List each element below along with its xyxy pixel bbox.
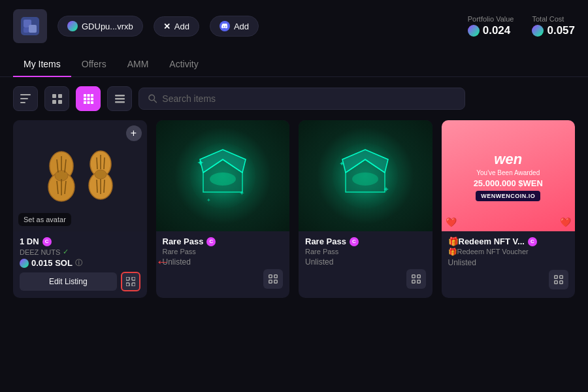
svg-rect-60 [412, 275, 415, 278]
svg-rect-45 [126, 283, 129, 286]
svg-rect-21 [115, 98, 125, 100]
wen-voucher-label: WENWENCOIN.IO [476, 191, 540, 201]
filter-button[interactable] [13, 86, 38, 111]
svg-rect-12 [87, 94, 90, 97]
svg-point-57 [352, 172, 378, 186]
svg-rect-55 [274, 280, 278, 284]
twitter-icon: ✕ [163, 22, 171, 31]
svg-rect-19 [91, 101, 93, 104]
plus-button[interactable]: + [126, 125, 142, 141]
svg-rect-3 [24, 27, 29, 33]
svg-rect-53 [274, 275, 278, 278]
twitter-add-button[interactable]: ✕ Add [154, 16, 199, 37]
item-status-nft: Unlisted [448, 258, 476, 267]
item-name-rare1: Rare Pass [163, 237, 204, 246]
discord-add-label: Add [234, 22, 249, 31]
svg-rect-54 [269, 280, 272, 284]
item-price-1dn: 0.015 SOL [31, 258, 73, 268]
total-cost-label: Total Cost [532, 15, 564, 23]
item-info-nft: 🎁Redeem NFT V... C 🎁Redeem NFT Voucher U… [442, 231, 576, 296]
wen-subtitle: You've Been Awarded [476, 169, 540, 176]
item-image-rare1: ✦ ✦ ✦ [156, 120, 290, 231]
svg-rect-18 [87, 101, 90, 104]
svg-rect-67 [560, 281, 563, 284]
portfolio-value-number: 0.024 [483, 24, 511, 37]
edit-listing-button[interactable]: Edit Listing [20, 272, 117, 291]
rare-glow-2: ✦ ✦ [329, 140, 401, 212]
svg-rect-10 [58, 100, 62, 104]
wen-hearts-left: ❤️ [446, 217, 457, 227]
svg-line-40 [97, 180, 97, 193]
svg-rect-22 [115, 101, 125, 103]
svg-rect-44 [132, 277, 135, 280]
app-logo [13, 9, 47, 43]
tab-offers[interactable]: Offers [71, 52, 117, 77]
svg-point-47 [190, 143, 255, 208]
item-card-rare1: ✦ ✦ ✦ Rare Pass C Rare Pass Unlisted [156, 120, 290, 298]
badge-rare1: C [206, 237, 216, 246]
svg-rect-16 [91, 97, 93, 100]
item-card-nft: wen You've Been Awarded 25.000.000 $WEN … [442, 120, 576, 298]
discord-add-button[interactable]: Add [210, 16, 259, 37]
expand-button-rare2[interactable] [406, 269, 426, 289]
header: GDUpu...vrxb ✕ Add Add Portfolio Value 0… [0, 0, 588, 52]
item-footer-rare1 [163, 269, 284, 289]
portfolio-value-label: Portfolio Value [468, 15, 514, 23]
list-view-button[interactable] [107, 86, 132, 111]
item-image-peanut: Set as avatar + [13, 120, 147, 231]
svg-line-24 [154, 100, 157, 103]
svg-rect-65 [560, 276, 563, 279]
svg-text:✦: ✦ [383, 185, 389, 194]
svg-rect-52 [269, 275, 272, 278]
svg-rect-14 [84, 97, 86, 100]
total-cost-number: 0.057 [547, 24, 575, 37]
item-name-rare2: Rare Pass [305, 237, 346, 246]
svg-rect-8 [58, 94, 62, 98]
search-icon [148, 94, 157, 103]
svg-rect-11 [84, 94, 86, 97]
tab-amm[interactable]: AMM [117, 52, 159, 77]
item-info-rare2: Rare Pass C Rare Pass Unlisted [299, 231, 433, 295]
expand-button-rare1[interactable] [263, 269, 283, 289]
svg-rect-4 [20, 94, 31, 95]
tab-activity[interactable]: Activity [159, 52, 208, 77]
wen-hearts-right: ❤️ [560, 217, 571, 227]
svg-rect-7 [52, 94, 56, 98]
svg-text:✦: ✦ [339, 160, 344, 167]
badge-1dn: C [42, 237, 52, 246]
search-box[interactable] [139, 88, 465, 110]
wen-card: wen You've Been Awarded 25.000.000 $WEN … [442, 120, 576, 231]
portfolio-value: 0.024 [468, 24, 511, 37]
svg-point-56 [333, 143, 398, 208]
set-as-avatar-overlay[interactable]: Set as avatar [18, 213, 71, 226]
item-image-nft: wen You've Been Awarded 25.000.000 $WEN … [442, 120, 576, 231]
svg-rect-6 [20, 102, 25, 103]
svg-line-42 [104, 180, 105, 193]
item-footer-nft [448, 270, 569, 289]
item-collection-rare1: Rare Pass [163, 248, 196, 255]
badge-nft: C [528, 237, 537, 246]
svg-rect-13 [91, 94, 93, 97]
grid-view-button[interactable] [44, 86, 69, 111]
svg-line-37 [97, 157, 97, 169]
expand-button-1dn[interactable] [121, 272, 140, 291]
item-status-rare2: Unlisted [305, 257, 333, 267]
item-name-1dn: 1 DN [20, 237, 39, 246]
search-input[interactable] [162, 93, 455, 104]
svg-point-36 [95, 170, 106, 179]
portfolio-value-item: Portfolio Value 0.024 [468, 15, 514, 37]
item-info-1dn: 1 DN C DEEZ NUTS ✓ 0.015 SOL ⓘ Edit List… [13, 231, 147, 298]
svg-rect-2 [29, 25, 37, 33]
item-card-rare2: ✦ ✦ Rare Pass C Rare Pass Unlisted [299, 120, 433, 298]
wallet-button[interactable]: GDUpu...vrxb [57, 16, 143, 37]
expand-button-nft[interactable] [549, 270, 568, 289]
dense-grid-button[interactable] [76, 86, 101, 111]
wallet-address: GDUpu...vrxb [82, 22, 133, 31]
item-image-rare2: ✦ ✦ [299, 120, 433, 231]
svg-rect-66 [555, 281, 558, 284]
tab-my-items[interactable]: My Items [13, 52, 71, 77]
svg-rect-9 [52, 100, 56, 104]
badge-rare2: C [350, 237, 359, 246]
svg-text:✦: ✦ [206, 197, 211, 203]
item-collection-1dn: DEEZ NUTS [20, 248, 60, 256]
